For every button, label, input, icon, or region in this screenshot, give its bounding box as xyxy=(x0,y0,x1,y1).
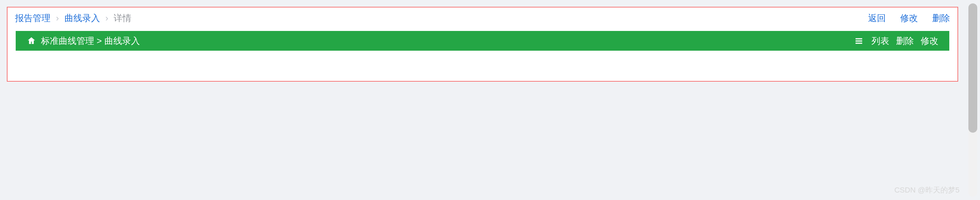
list-icon xyxy=(854,36,863,45)
watermark: CSDN @昨天的梦5 xyxy=(894,185,959,195)
section-edit-button[interactable]: 修改 xyxy=(921,35,939,47)
section-path-text: 标准曲线管理 > 曲线录入 xyxy=(41,35,140,47)
svg-rect-2 xyxy=(856,43,862,44)
main-frame: 报告管理 › 曲线录入 › 详情 返回 修改 删除 标准曲线管理 > 曲线录入 … xyxy=(7,7,958,82)
home-icon xyxy=(27,36,36,46)
delete-button[interactable]: 删除 xyxy=(932,12,950,24)
breadcrumb-current: 详情 xyxy=(114,12,131,24)
breadcrumb-separator: › xyxy=(56,13,59,24)
svg-rect-1 xyxy=(856,41,862,41)
breadcrumb-bar: 报告管理 › 曲线录入 › 详情 返回 修改 删除 xyxy=(8,8,958,31)
content-area xyxy=(16,51,949,81)
breadcrumb-separator: › xyxy=(105,13,108,24)
section-header-bar: 标准曲线管理 > 曲线录入 列表 删除 修改 xyxy=(16,31,949,51)
breadcrumb-link-curve-input[interactable]: 曲线录入 xyxy=(65,12,100,24)
list-button[interactable]: 列表 xyxy=(872,35,889,47)
breadcrumb-link-report[interactable]: 报告管理 xyxy=(15,12,51,24)
section-path: 标准曲线管理 > 曲线录入 xyxy=(27,35,140,47)
svg-rect-0 xyxy=(856,38,862,39)
section-delete-button[interactable]: 删除 xyxy=(896,35,914,47)
breadcrumb-actions: 返回 修改 删除 xyxy=(868,12,950,24)
edit-button[interactable]: 修改 xyxy=(900,12,918,24)
scrollbar-thumb[interactable] xyxy=(969,3,977,133)
scrollbar-track[interactable] xyxy=(969,3,977,197)
section-actions: 列表 删除 修改 xyxy=(854,35,939,47)
back-button[interactable]: 返回 xyxy=(868,12,886,24)
breadcrumb: 报告管理 › 曲线录入 › 详情 xyxy=(15,12,131,24)
